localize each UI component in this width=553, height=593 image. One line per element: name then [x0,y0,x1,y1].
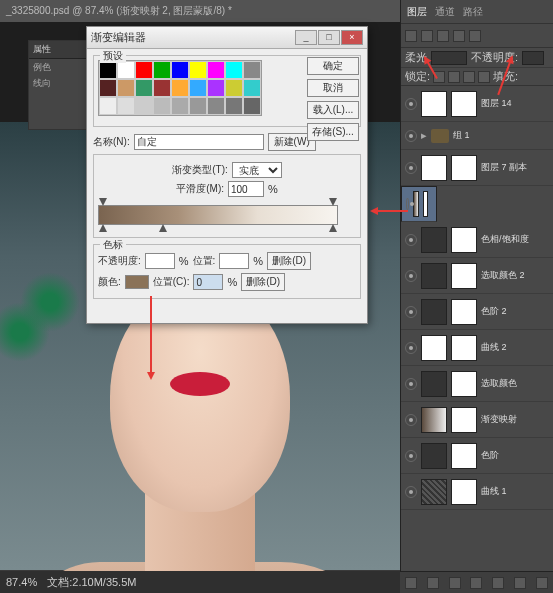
mask-icon[interactable] [449,577,461,589]
preset-swatch[interactable] [189,97,207,115]
layer-thumb[interactable] [421,407,447,433]
preset-swatch[interactable] [117,79,135,97]
preset-swatch[interactable] [99,97,117,115]
layer-thumb[interactable] [421,91,447,117]
mask-thumb[interactable] [451,371,477,397]
fx-icon[interactable] [427,577,439,589]
opacity-stop[interactable] [329,198,337,206]
visibility-icon[interactable] [406,198,409,210]
stop-loc2-input[interactable] [193,274,223,290]
layer-thumb[interactable] [421,443,447,469]
layer-row[interactable]: 图层 14 [401,86,553,122]
visibility-icon[interactable] [405,130,417,142]
blend-dropdown[interactable] [431,51,467,65]
delete-stop-button[interactable]: 删除(D) [241,273,285,291]
layer-row[interactable]: 曲线 2 [401,330,553,366]
preset-swatches[interactable] [98,60,262,116]
color-swatch[interactable] [125,275,149,289]
preset-swatch[interactable] [225,79,243,97]
delete-stop-button[interactable]: 删除(D) [267,252,311,270]
visibility-icon[interactable] [405,234,417,246]
preset-swatch[interactable] [117,61,135,79]
preset-swatch[interactable] [171,79,189,97]
mask-thumb[interactable] [451,299,477,325]
layer-row[interactable]: 图层 7 副本 [401,150,553,186]
visibility-icon[interactable] [405,450,417,462]
visibility-icon[interactable] [405,98,417,110]
mask-thumb[interactable] [451,263,477,289]
tab-paths[interactable]: 路径 [463,5,483,19]
trash-icon[interactable] [536,577,548,589]
new-layer-icon[interactable] [514,577,526,589]
color-stop[interactable] [99,224,107,232]
preset-swatch[interactable] [243,61,261,79]
link-icon[interactable] [405,577,417,589]
layer-thumb[interactable] [421,479,447,505]
layer-thumb[interactable] [421,299,447,325]
preset-swatch[interactable] [135,97,153,115]
layer-thumb[interactable] [421,335,447,361]
mask-thumb[interactable] [451,155,477,181]
visibility-icon[interactable] [405,414,417,426]
layer-group[interactable]: ▸组 1 [401,122,553,150]
mask-thumb[interactable] [451,91,477,117]
lock-move-icon[interactable] [463,71,475,83]
adjust-icon[interactable] [470,577,482,589]
preset-swatch[interactable] [225,61,243,79]
group-icon[interactable] [492,577,504,589]
layer-thumb[interactable] [421,263,447,289]
visibility-icon[interactable] [405,378,417,390]
opacity-value[interactable] [522,51,544,65]
preset-swatch[interactable] [153,97,171,115]
preset-swatch[interactable] [243,79,261,97]
gradient-bar[interactable] [98,205,338,225]
ok-button[interactable]: 确定 [307,57,359,75]
mask-thumb[interactable] [451,407,477,433]
visibility-icon[interactable] [405,270,417,282]
preset-swatch[interactable] [117,97,135,115]
tab-channels[interactable]: 通道 [435,5,455,19]
layer-thumb[interactable] [413,191,418,217]
mask-thumb[interactable] [451,479,477,505]
properties-panel[interactable]: 属性 例色 线向 [28,40,88,130]
preset-swatch[interactable] [207,61,225,79]
layer-row[interactable]: 选取颜色 [401,366,553,402]
preset-swatch[interactable] [99,79,117,97]
preset-swatch[interactable] [207,97,225,115]
color-stop[interactable] [159,224,167,232]
preset-swatch[interactable] [153,61,171,79]
close-button[interactable]: × [341,30,363,45]
filter-icon[interactable] [437,30,449,42]
smooth-input[interactable] [228,181,264,197]
name-input[interactable] [134,134,264,150]
layer-thumb[interactable] [421,227,447,253]
dialog-header[interactable]: 渐变编辑器 _ □ × [87,27,367,49]
lock-all-icon[interactable] [478,71,490,83]
mask-thumb[interactable] [451,227,477,253]
layer-row[interactable]: 曲线 1 [401,474,553,510]
filter-icon[interactable] [421,30,433,42]
preset-swatch[interactable] [189,79,207,97]
load-button[interactable]: 载入(L)... [307,101,359,119]
visibility-icon[interactable] [405,486,417,498]
filter-icon[interactable] [405,30,417,42]
visibility-icon[interactable] [405,162,417,174]
prop-row[interactable]: 线向 [29,75,87,91]
preset-swatch[interactable] [99,61,117,79]
layer-row[interactable]: 渐变映射 [401,402,553,438]
visibility-icon[interactable] [405,306,417,318]
mask-thumb[interactable] [451,443,477,469]
color-stop[interactable] [329,224,337,232]
cancel-button[interactable]: 取消 [307,79,359,97]
layer-list[interactable]: 图层 14▸组 1图层 7 副本渐变映射 2色相/饱和度选取颜色 2色阶 2曲线… [401,86,553,546]
preset-swatch[interactable] [171,97,189,115]
preset-swatch[interactable] [189,61,207,79]
layer-row[interactable]: 色相/饱和度 [401,222,553,258]
save-button[interactable]: 存储(S)... [307,123,359,141]
filter-icon[interactable] [469,30,481,42]
mask-thumb[interactable] [451,335,477,361]
visibility-icon[interactable] [405,342,417,354]
zoom-value[interactable]: 87.4% [6,576,37,588]
prop-row[interactable]: 例色 [29,59,87,75]
preset-swatch[interactable] [135,61,153,79]
